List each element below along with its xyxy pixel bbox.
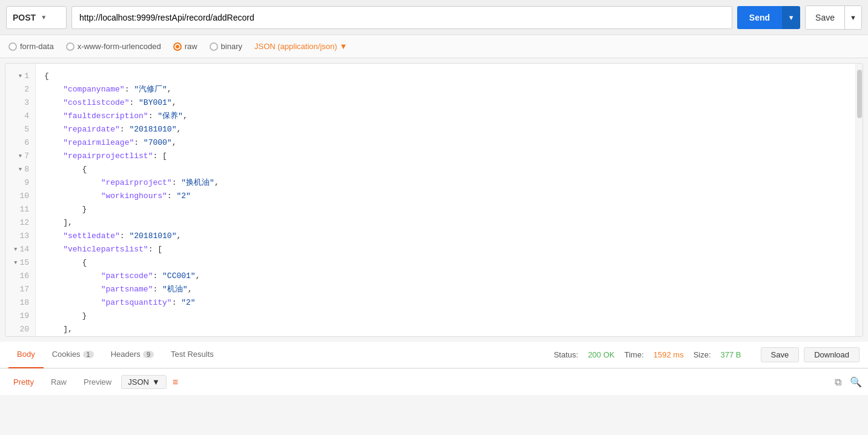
- line-10: 10: [5, 190, 35, 203]
- format-type-chevron-icon: ▼: [152, 377, 160, 387]
- code-line-2: "companyname": "汽修厂",: [36, 83, 855, 96]
- code-body[interactable]: { "companyname": "汽修厂", "costlistcode": …: [36, 64, 855, 336]
- fold-arrow-7[interactable]: ▼: [19, 150, 22, 163]
- line-17: 17: [5, 283, 35, 296]
- binary-label: binary: [221, 42, 242, 51]
- time-label: Time:: [624, 350, 644, 359]
- code-line-5: "repairdate": "20181010",: [36, 123, 855, 136]
- form-data-label: form-data: [20, 42, 54, 51]
- format-row: Pretty Raw Preview JSON ▼ ≡ ⧉ 🔍: [0, 368, 868, 395]
- raw-option[interactable]: raw: [173, 42, 197, 51]
- line-14: ▼14: [5, 243, 35, 256]
- json-type-selector[interactable]: JSON (application/json) ▼: [254, 42, 347, 51]
- tab-test-results[interactable]: Test Results: [162, 342, 222, 368]
- binary-radio[interactable]: [210, 42, 218, 51]
- send-button-group: Send ▼: [737, 6, 800, 29]
- status-value: 200 OK: [588, 350, 615, 359]
- code-line-4: "faultdescription": "保养",: [36, 110, 855, 123]
- response-download-button[interactable]: Download: [804, 347, 860, 362]
- line-18: 18: [5, 296, 35, 310]
- response-tabs-row: Body Cookies 1 Headers 9 Test Results St…: [0, 342, 868, 368]
- form-data-option[interactable]: form-data: [8, 42, 54, 51]
- tab-test-results-label: Test Results: [171, 350, 214, 359]
- cookies-badge: 1: [83, 351, 94, 358]
- fmt-tab-raw[interactable]: Raw: [44, 375, 74, 389]
- status-label: Status:: [554, 350, 578, 359]
- line-20: 20: [5, 323, 35, 336]
- line-7: ▼7: [5, 150, 35, 163]
- form-data-radio[interactable]: [8, 42, 17, 51]
- tab-body[interactable]: Body: [8, 342, 44, 368]
- fmt-tab-pretty[interactable]: Pretty: [6, 375, 41, 389]
- fmt-tab-preview[interactable]: Preview: [76, 375, 119, 389]
- method-selector[interactable]: POST ▼: [6, 6, 67, 29]
- code-line-8: {: [36, 163, 855, 176]
- tab-body-label: Body: [17, 350, 35, 359]
- save-button-group: Save ▼: [805, 5, 862, 30]
- binary-option[interactable]: binary: [210, 42, 242, 51]
- line-numbers: ▼1 2 3 4 5 6 ▼7 ▼8 9 10 11 12 13 ▼14 ▼15…: [5, 64, 36, 336]
- code-line-19: }: [36, 310, 855, 323]
- code-line-17: "partsname": "机油",: [36, 283, 855, 296]
- time-value: 1592 ms: [654, 350, 684, 359]
- code-line-7: "repairprojectlist": [: [36, 150, 855, 163]
- code-line-15: {: [36, 256, 855, 270]
- code-line-1: {: [36, 70, 855, 83]
- save-dropdown-icon: ▼: [850, 14, 856, 21]
- code-line-13: "settledate": "20181010",: [36, 230, 855, 243]
- fold-arrow-1[interactable]: ▼: [19, 70, 22, 83]
- body-type-row: form-data x-www-form-urlencoded raw bina…: [0, 35, 868, 58]
- line-8: ▼8: [5, 163, 35, 176]
- top-bar: POST ▼ Send ▼ Save ▼: [0, 0, 868, 35]
- line-11: 11: [5, 203, 35, 216]
- raw-label: raw: [185, 42, 197, 51]
- line-19: 19: [5, 310, 35, 323]
- json-type-chevron-icon: ▼: [340, 42, 348, 51]
- wrap-icon[interactable]: ≡: [173, 377, 178, 388]
- tab-cookies[interactable]: Cookies 1: [44, 342, 102, 368]
- url-encoded-option[interactable]: x-www-form-urlencoded: [66, 42, 161, 51]
- format-type-label: JSON: [128, 377, 149, 387]
- url-encoded-label: x-www-form-urlencoded: [78, 42, 161, 51]
- line-16: 16: [5, 270, 35, 283]
- tab-cookies-label: Cookies: [52, 350, 81, 359]
- json-type-label: JSON (application/json): [254, 42, 337, 51]
- save-dropdown-button[interactable]: ▼: [844, 6, 861, 29]
- format-type-selector[interactable]: JSON ▼: [121, 375, 167, 389]
- line-15: ▼15: [5, 256, 35, 270]
- search-icon[interactable]: 🔍: [850, 376, 862, 388]
- response-save-button[interactable]: Save: [761, 347, 800, 362]
- code-editor[interactable]: ▼1 2 3 4 5 6 ▼7 ▼8 9 10 11 12 13 ▼14 ▼15…: [5, 63, 863, 337]
- raw-radio[interactable]: [173, 42, 182, 51]
- send-button[interactable]: Send: [737, 6, 782, 29]
- line-4: 4: [5, 110, 35, 123]
- url-input[interactable]: [71, 6, 732, 29]
- size-label: Size:: [694, 350, 711, 359]
- line-3: 3: [5, 96, 35, 110]
- send-dropdown-icon: ▼: [788, 14, 795, 21]
- fold-arrow-15[interactable]: ▼: [14, 256, 17, 270]
- code-line-16: "partscode": "CC001",: [36, 270, 855, 283]
- code-line-20: ],: [36, 323, 855, 336]
- save-button[interactable]: Save: [806, 6, 844, 29]
- code-line-10: "workinghours": "2": [36, 190, 855, 203]
- code-line-9: "repairproject": "换机油",: [36, 176, 855, 190]
- tab-headers[interactable]: Headers 9: [102, 342, 162, 368]
- code-line-11: }: [36, 203, 855, 216]
- copy-icon[interactable]: ⧉: [835, 377, 841, 388]
- response-action-buttons: Save Download: [761, 347, 860, 362]
- code-line-12: ],: [36, 216, 855, 230]
- size-value: 377 B: [721, 350, 741, 359]
- tab-headers-label: Headers: [111, 350, 141, 359]
- line-5: 5: [5, 123, 35, 136]
- fold-arrow-8[interactable]: ▼: [19, 163, 22, 176]
- code-line-6: "repairmileage": "7000",: [36, 136, 855, 150]
- method-label: POST: [13, 13, 36, 22]
- send-dropdown-button[interactable]: ▼: [782, 6, 800, 29]
- fold-arrow-14[interactable]: ▼: [14, 243, 17, 256]
- url-encoded-radio[interactable]: [66, 42, 75, 51]
- method-chevron-icon: ▼: [41, 14, 47, 21]
- scrollbar[interactable]: [855, 64, 863, 336]
- line-12: 12: [5, 216, 35, 230]
- scrollbar-thumb[interactable]: [857, 70, 862, 118]
